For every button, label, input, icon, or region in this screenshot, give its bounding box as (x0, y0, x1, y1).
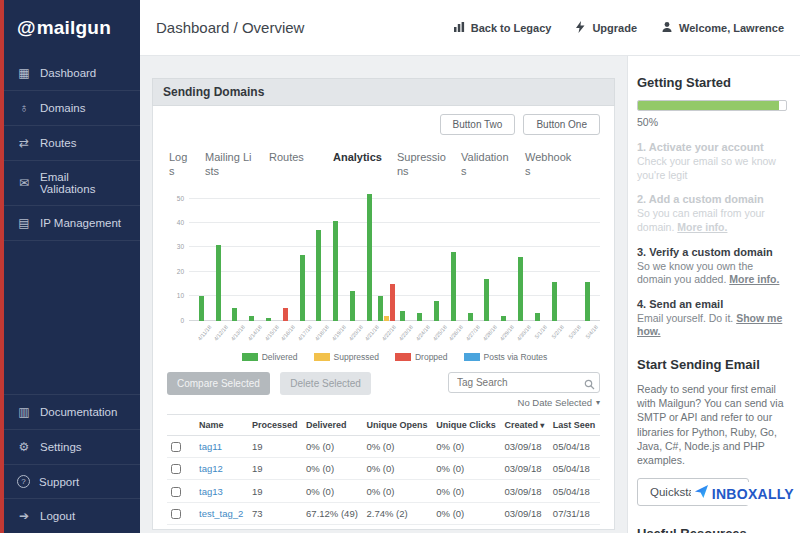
delivered-bar (266, 318, 271, 320)
date-selector-label: No Date Selected (518, 397, 592, 408)
sidebar-item-dashboard[interactable]: ▦Dashboard (4, 56, 140, 91)
documentation-icon: ▥ (17, 405, 31, 419)
sidebar-nav: ▦Dashboard♁Domains⇄Routes✉Email Validati… (4, 56, 140, 241)
compare-selected-button[interactable]: Compare Selected (167, 372, 270, 395)
sidebar-item-settings[interactable]: ⚙Settings (4, 429, 140, 464)
x-axis-label: 4/28/18 (479, 324, 496, 348)
user-menu[interactable]: Welcome, Lawrence (661, 21, 784, 35)
settings-icon: ⚙ (17, 440, 31, 454)
step-link[interactable]: Show me how. (637, 312, 782, 338)
select-all-header (167, 414, 195, 435)
column-header-unique-clicks[interactable]: Unique Clicks (432, 414, 500, 435)
y-axis-tick: 0 (169, 317, 184, 324)
sidebar-item-email-validations[interactable]: ✉Email Validations (4, 161, 140, 206)
step-link[interactable]: More info. (677, 221, 727, 233)
tab-validations[interactable]: Validations (461, 151, 511, 179)
column-header-last-seen[interactable]: Last Seen (549, 414, 600, 435)
column-header-unique-opens[interactable]: Unique Opens (363, 414, 433, 435)
tab-mailing-lists[interactable]: Mailing Lists (205, 151, 255, 179)
sidebar-item-routes[interactable]: ⇄Routes (4, 126, 140, 161)
sidebar-item-logout[interactable]: ➔Logout (4, 498, 140, 533)
table-cell: 05/04/18 (549, 480, 600, 502)
tag-name-link[interactable]: tag13 (195, 480, 248, 502)
x-axis-label: 4/21/18 (361, 324, 378, 348)
step-title: 2. Add a custom domain (637, 193, 790, 205)
delivered-bar (378, 296, 383, 320)
step-title: 3. Verify a custom domain (637, 246, 790, 258)
step-desc: So you can email from your domain. More … (637, 207, 790, 234)
x-axis-label: 4/25/18 (428, 324, 445, 348)
logout-icon: ➔ (17, 509, 31, 523)
getting-started-step: 2. Add a custom domainSo you can email f… (637, 193, 790, 234)
getting-started-step: 3. Verify a custom domainSo we know you … (637, 246, 790, 287)
bar-group (227, 187, 244, 321)
legend-label: Dropped (415, 352, 448, 362)
x-axis-label: 5/4/18 (579, 324, 596, 348)
tab-logs[interactable]: Logs (169, 151, 191, 179)
column-header-created[interactable]: Created ▾ (501, 414, 549, 435)
bar-group (344, 187, 361, 321)
delivered-bar (451, 252, 456, 320)
upgrade-button[interactable]: Upgrade (575, 21, 637, 35)
inboxally-logo[interactable]: INBOXALLY (691, 482, 797, 505)
tag-search-input[interactable] (448, 372, 600, 393)
bar-group (579, 187, 596, 321)
chart-legend: DeliveredSuppressedDroppedPosts via Rout… (189, 352, 600, 362)
row-checkbox[interactable] (171, 464, 181, 474)
x-axis-label: 5/2/18 (546, 324, 563, 348)
row-checkbox[interactable] (171, 442, 181, 452)
progress-bar-fill (638, 101, 779, 110)
lightning-icon (575, 21, 586, 35)
tab-webhooks[interactable]: Webhooks (525, 151, 575, 179)
table-cell: 0% (0) (432, 457, 500, 479)
person-icon (661, 21, 673, 35)
row-checkbox[interactable] (171, 509, 181, 519)
back-to-legacy-button[interactable]: Back to Legacy (453, 21, 552, 35)
button-one[interactable]: Button One (523, 114, 600, 135)
date-selector[interactable]: No Date Selected ▾ (518, 397, 600, 408)
inboxally-icon (694, 484, 709, 503)
delivered-bar (417, 313, 422, 320)
row-checkbox[interactable] (171, 487, 181, 497)
tag-name-link[interactable]: tag12 (195, 457, 248, 479)
sidebar-item-domains[interactable]: ♁Domains (4, 91, 140, 126)
delete-selected-button[interactable]: Delete Selected (280, 372, 371, 395)
tag-name-link[interactable]: tag11 (195, 435, 248, 457)
sidebar-item-support[interactable]: ?Support (4, 464, 140, 498)
sidebar-item-label: Logout (40, 510, 75, 522)
bar-group (512, 187, 529, 321)
table-row: test_tag_27367.12% (49)2.74% (2)0% (0)03… (167, 502, 600, 524)
step-desc: Email yourself. Do it. Show me how. (637, 312, 790, 339)
x-axis-label: 4/19/18 (327, 324, 344, 348)
chevron-down-icon: ▾ (596, 398, 600, 407)
sidebar-item-ip-management[interactable]: ▤IP Management (4, 206, 140, 241)
tag-name-link[interactable]: test_tag_2 (195, 502, 248, 524)
bar-group (428, 187, 445, 321)
bar-group (445, 187, 462, 321)
column-header-processed[interactable]: Processed (248, 414, 302, 435)
tab-supressions[interactable]: Supressions (397, 151, 447, 179)
mailgun-logo[interactable]: @mailgun (4, 0, 140, 56)
bar-group (395, 187, 412, 321)
table-cell: 19 (248, 457, 302, 479)
sidebar-item-documentation[interactable]: ▥Documentation (4, 394, 140, 429)
step-link[interactable]: More info. (729, 273, 779, 285)
tags-table-body: tag11190% (0)0% (0)0% (0)03/09/1805/04/1… (167, 435, 600, 525)
search-icon[interactable] (584, 376, 595, 394)
x-axis-label: 4/15/18 (260, 324, 277, 348)
delivered-bar (518, 257, 523, 320)
x-axis-label: 4/30/18 (512, 324, 529, 348)
x-axis-label: 4/17/18 (294, 324, 311, 348)
column-header-delivered[interactable]: Delivered (302, 414, 362, 435)
column-header-name[interactable]: Name (195, 414, 248, 435)
tab-analytics[interactable]: Analytics (333, 151, 383, 179)
tab-routes[interactable]: Routes (269, 151, 319, 179)
x-axis-label: 4/18/18 (311, 324, 328, 348)
tags-table-head: NameProcessedDeliveredUnique OpensUnique… (167, 414, 600, 435)
legend-label: Delivered (262, 352, 298, 362)
mailgun-logo-icon: @ (17, 17, 36, 39)
table-cell: 19 (248, 435, 302, 457)
button-two[interactable]: Button Two (440, 114, 516, 135)
search-controls: No Date Selected ▾ (448, 372, 600, 408)
table-cell: 05/04/18 (549, 457, 600, 479)
